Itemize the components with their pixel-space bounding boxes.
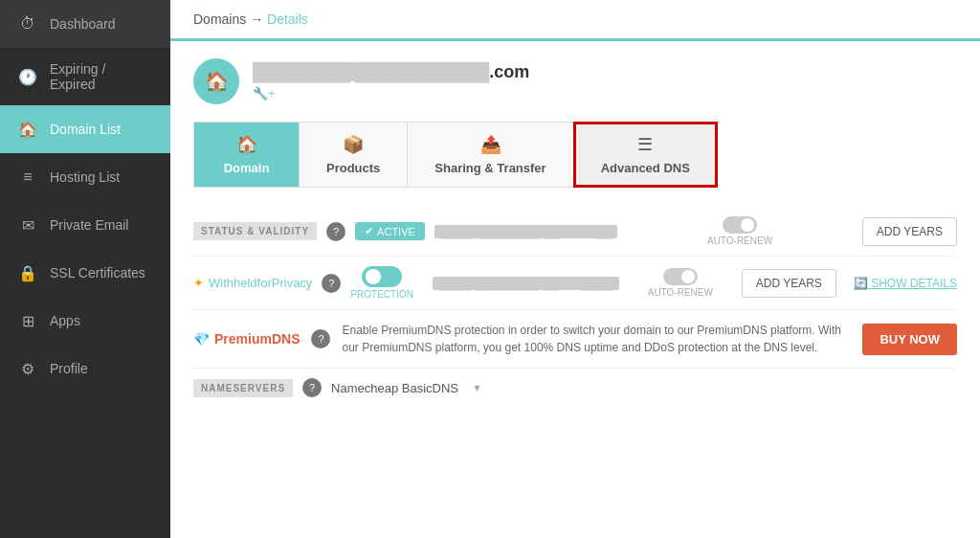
withheld-auto-renew-label: AUTO-RENEW xyxy=(648,287,713,298)
sidebar-item-expiring[interactable]: 🕐 Expiring / Expired xyxy=(0,48,170,105)
premium-logo: 💎 PremiumDNS xyxy=(193,331,300,347)
sidebar-item-label: SSL Certificates xyxy=(50,265,145,280)
domain-sub-icon: 🔧+ xyxy=(253,86,276,101)
nameservers-dropdown-icon[interactable]: ▼ xyxy=(472,382,482,393)
hosting-icon: ≡ xyxy=(17,167,38,188)
tab-domain[interactable]: 🏠 Domain xyxy=(194,123,300,187)
withheld-auto-renew-area: AUTO-RENEW xyxy=(648,268,713,298)
dashboard-icon: ⏱ xyxy=(17,13,38,34)
sharing-tab-icon: 📤 xyxy=(480,134,501,155)
show-details-label: SHOW DETAILS xyxy=(871,277,957,290)
withheld-add-years-button[interactable]: ADD YEARS xyxy=(742,269,836,298)
domain-name: ████████ ███████████.com xyxy=(253,62,529,82)
tab-sharing-label: Sharing & Transfer xyxy=(434,161,546,175)
sidebar-item-private-email[interactable]: ✉ Private Email xyxy=(0,201,170,249)
breadcrumb-current[interactable]: Details xyxy=(267,11,308,27)
withheld-help-icon[interactable]: ? xyxy=(322,274,341,293)
nameservers-label: NAMESERVERS xyxy=(193,379,293,397)
domain-tab-icon: 🏠 xyxy=(236,134,257,155)
withheld-logo: ✦ WithheldforPrivacy xyxy=(193,276,312,290)
sidebar-item-dashboard[interactable]: ⏱ Dashboard xyxy=(0,0,170,48)
sidebar-item-label: Private Email xyxy=(50,217,128,233)
sidebar-item-hosting-list[interactable]: ≡ Hosting List xyxy=(0,153,170,201)
tabs-container: 🏠 Domain 📦 Products 📤 Sharing & Transfer… xyxy=(193,122,718,188)
status-label: STATUS & VALIDITY xyxy=(193,222,317,240)
home-icon: 🏠 xyxy=(17,119,38,140)
status-row: STATUS & VALIDITY ? ✔ ACTIVE ████ ██████… xyxy=(193,207,957,257)
lock-icon: 🔒 xyxy=(17,262,38,283)
sidebar-item-apps[interactable]: ⊞ Apps xyxy=(0,297,170,345)
show-details-link[interactable]: 🔄 SHOW DETAILS xyxy=(854,277,957,290)
domain-header: 🏠 ████████ ███████████.com 🔧+ xyxy=(193,58,957,104)
auto-renew-label: AUTO-RENEW xyxy=(707,235,772,246)
tab-sharing-transfer[interactable]: 📤 Sharing & Transfer xyxy=(408,123,573,187)
diamond-icon: 💎 xyxy=(193,331,210,347)
sidebar-item-label: Domain List xyxy=(50,122,121,137)
withheld-auto-renew-toggle[interactable] xyxy=(663,268,698,285)
sidebar-item-label: Dashboard xyxy=(50,16,116,32)
auto-renew-toggle[interactable] xyxy=(723,216,757,234)
premium-row: 💎 PremiumDNS ? Enable PremiumDNS protect… xyxy=(193,310,957,369)
sidebar-item-label: Hosting List xyxy=(50,169,120,185)
nameservers-value: Namecheap BasicDNS xyxy=(331,381,458,395)
sidebar-item-domain-list[interactable]: 🏠 Domain List xyxy=(0,105,170,153)
gear-icon: ⚙ xyxy=(17,358,38,379)
tab-domain-label: Domain xyxy=(224,161,270,175)
protection-toggle-area: PROTECTION xyxy=(350,266,413,300)
email-icon: ✉ xyxy=(17,214,38,235)
domain-icon-row: 🔧+ xyxy=(253,86,529,101)
sidebar-item-label: Expiring / Expired xyxy=(50,61,153,92)
domain-name-suffix: .com xyxy=(489,62,529,81)
status-help-icon[interactable]: ? xyxy=(326,222,345,241)
add-years-button[interactable]: ADD YEARS xyxy=(862,217,957,246)
chevron-right-icon: 🔄 xyxy=(854,277,868,290)
products-tab-icon: 📦 xyxy=(343,134,364,155)
protection-label: PROTECTION xyxy=(350,289,413,300)
domain-name-blurred: ████████ ███████████ xyxy=(253,62,489,81)
status-date-blurred: ████ ████████ ██ 11, 20██ xyxy=(434,225,617,238)
buy-now-button[interactable]: BUY NOW xyxy=(862,324,957,355)
star-icon: ✦ xyxy=(193,276,204,290)
checkmark-icon: ✔ xyxy=(365,225,373,237)
apps-icon: ⊞ xyxy=(17,310,38,331)
active-badge: ✔ ACTIVE xyxy=(355,222,425,240)
active-text: ACTIVE xyxy=(377,226,415,237)
domain-avatar: 🏠 xyxy=(193,58,239,104)
premium-help-icon[interactable]: ? xyxy=(311,329,330,348)
withheld-date-blurred: ████ ████████ ██ 11, ████ xyxy=(433,277,619,290)
nameservers-row: NAMESERVERS ? Namecheap BasicDNS ▼ xyxy=(193,369,957,407)
sidebar: ⏱ Dashboard 🕐 Expiring / Expired 🏠 Domai… xyxy=(0,0,170,538)
protection-toggle[interactable] xyxy=(362,266,402,287)
sidebar-item-ssl[interactable]: 🔒 SSL Certificates xyxy=(0,249,170,297)
nameservers-help-icon[interactable]: ? xyxy=(302,378,322,397)
breadcrumb: Domains → Details xyxy=(170,0,980,41)
sidebar-item-label: Apps xyxy=(50,313,80,328)
breadcrumb-arrow: → xyxy=(250,11,263,27)
premium-description: Enable PremiumDNS protection in order to… xyxy=(342,322,851,356)
avatar-icon: 🏠 xyxy=(205,70,229,93)
breadcrumb-base: Domains xyxy=(193,11,246,27)
auto-renew-toggle-area: AUTO-RENEW xyxy=(707,216,772,246)
advanced-dns-icon: ☰ xyxy=(637,134,653,155)
sidebar-item-profile[interactable]: ⚙ Profile xyxy=(0,345,170,392)
tab-products[interactable]: 📦 Products xyxy=(300,123,408,187)
clock-icon: 🕐 xyxy=(17,66,38,87)
domain-name-area: ████████ ███████████.com 🔧+ xyxy=(253,62,529,101)
premium-brand: PremiumDNS xyxy=(214,331,300,347)
sidebar-item-label: Profile xyxy=(50,361,88,376)
withheld-row: ✦ WithheldforPrivacy ? PROTECTION ████ █… xyxy=(193,257,957,310)
tab-advanced-dns[interactable]: ☰ Advanced DNS xyxy=(574,123,717,187)
tab-advanced-dns-label: Advanced DNS xyxy=(601,161,690,175)
tab-products-label: Products xyxy=(326,161,380,175)
withheld-brand: WithheldforPrivacy xyxy=(209,276,312,290)
main-content: Domains → Details 🏠 ████████ ███████████… xyxy=(170,0,980,538)
content-area: 🏠 ████████ ███████████.com 🔧+ 🏠 Domain 📦… xyxy=(170,41,980,538)
